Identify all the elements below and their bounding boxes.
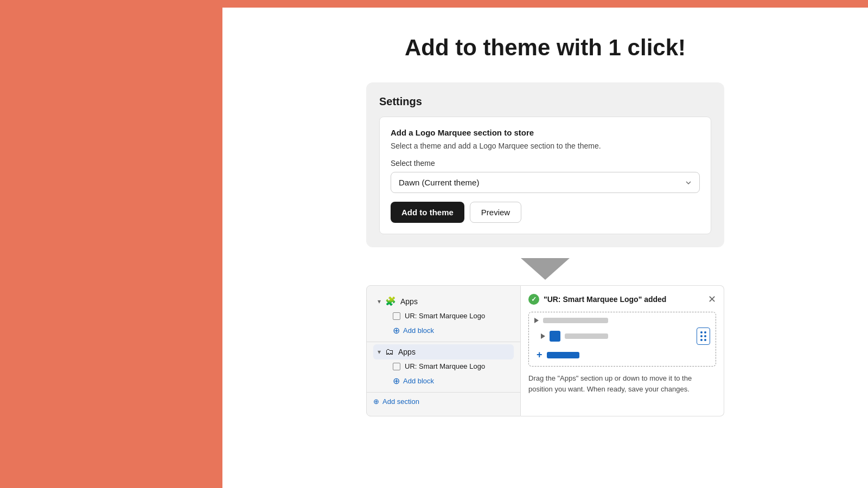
preview-blue-square	[550, 331, 560, 342]
apps-label-2: Apps	[398, 348, 416, 356]
preview-triangle-icon-2	[541, 333, 545, 339]
apps-icon-1: 🧩	[385, 296, 396, 306]
sidebar-section-1: ▾ 🧩 Apps UR: Smart Marquee Logo ⊕ Add bl…	[367, 293, 520, 338]
inner-settings-card: Add a Logo Marquee section to store Sele…	[379, 117, 711, 234]
preview-button[interactable]: Preview	[470, 202, 521, 223]
sidebar-item-label-1: UR: Smart Marquee Logo	[405, 312, 485, 320]
item-icon-2	[393, 363, 400, 370]
sidebar-divider-2	[367, 392, 520, 393]
add-to-theme-button[interactable]: Add to theme	[391, 202, 464, 223]
close-button[interactable]: ✕	[708, 293, 716, 305]
select-theme-label: Select theme	[391, 159, 700, 168]
drag-dot	[704, 335, 706, 337]
button-row: Add to theme Preview	[391, 202, 700, 223]
drag-dot	[700, 339, 703, 341]
drag-dot	[704, 331, 706, 333]
result-description: Drag the "Apps" section up or down to mo…	[528, 373, 716, 394]
drag-dot	[700, 331, 703, 333]
sidebar-sub-item-1[interactable]: UR: Smart Marquee Logo	[373, 309, 514, 323]
sidebar-apps-row-2[interactable]: ▾ 🗂 Apps	[373, 344, 514, 359]
chevron-down-icon: ▾	[378, 298, 381, 305]
sidebar-sub-item-2[interactable]: UR: Smart Marquee Logo	[373, 359, 514, 373]
left-decorative-strip	[0, 0, 222, 488]
preview-plus-icon: +	[537, 349, 542, 361]
inner-card-desc: Select a theme and add a Logo Marquee se…	[391, 142, 700, 150]
plus-circle-icon-3: ⊕	[373, 397, 379, 406]
result-header: ✓ "UR: Smart Marquee Logo" added ✕	[528, 293, 716, 305]
preview-area: +	[528, 312, 716, 367]
preview-bar-top	[543, 318, 608, 323]
sidebar-panel: ▾ 🧩 Apps UR: Smart Marquee Logo ⊕ Add bl…	[366, 285, 521, 416]
added-label: "UR: Smart Marquee Logo" added	[544, 295, 666, 304]
plus-circle-icon-1: ⊕	[393, 325, 400, 336]
chevron-down-icon-2: ▾	[378, 348, 381, 356]
preview-bar-add	[547, 352, 579, 358]
result-added-text: ✓ "UR: Smart Marquee Logo" added	[528, 294, 666, 305]
sidebar-divider	[367, 342, 520, 342]
drag-handle[interactable]	[697, 328, 710, 345]
plus-circle-icon-2: ⊕	[393, 376, 400, 386]
add-block-button-1[interactable]: ⊕ Add block	[373, 323, 514, 338]
item-icon-1	[393, 312, 400, 320]
top-bar	[0, 0, 868, 8]
theme-select[interactable]: Dawn (Current theme)	[391, 172, 700, 193]
add-block-label-2: Add block	[403, 377, 434, 385]
add-block-label-1: Add block	[403, 326, 434, 335]
preview-row-mid	[534, 328, 710, 345]
apps-label-1: Apps	[400, 297, 418, 306]
page-heading: Add to theme with 1 click!	[405, 35, 686, 61]
inner-card-title: Add a Logo Marquee section to store	[391, 128, 700, 137]
sidebar-item-label-2: UR: Smart Marquee Logo	[405, 362, 485, 370]
bottom-panels: ▾ 🧩 Apps UR: Smart Marquee Logo ⊕ Add bl…	[366, 285, 724, 416]
apps-icon-2: 🗂	[385, 347, 394, 357]
result-panel: ✓ "UR: Smart Marquee Logo" added ✕	[521, 285, 724, 416]
drag-dot	[704, 339, 706, 341]
add-section-label: Add section	[382, 397, 419, 406]
arrow-wrapper	[521, 258, 570, 280]
sidebar-section-2: ▾ 🗂 Apps UR: Smart Marquee Logo ⊕ Add bl…	[367, 344, 520, 389]
add-block-button-2[interactable]: ⊕ Add block	[373, 373, 514, 389]
check-circle-icon: ✓	[528, 294, 539, 305]
main-content-area: Add to theme with 1 click! Settings Add …	[222, 8, 868, 488]
drag-dot-row-2	[700, 335, 706, 337]
preview-triangle-icon	[534, 318, 539, 323]
preview-bar-mid	[565, 333, 608, 339]
drag-dot-row-1	[700, 331, 706, 333]
drag-dot-row-3	[700, 339, 706, 341]
settings-title: Settings	[379, 95, 711, 108]
preview-row-bottom: +	[534, 349, 710, 361]
add-section-button[interactable]: ⊕ Add section	[367, 395, 520, 408]
preview-row-top	[534, 318, 710, 323]
down-arrow-icon	[521, 258, 570, 280]
settings-card: Settings Add a Logo Marquee section to s…	[366, 82, 724, 247]
drag-dot	[700, 335, 703, 337]
sidebar-apps-row-1[interactable]: ▾ 🧩 Apps	[373, 293, 514, 309]
